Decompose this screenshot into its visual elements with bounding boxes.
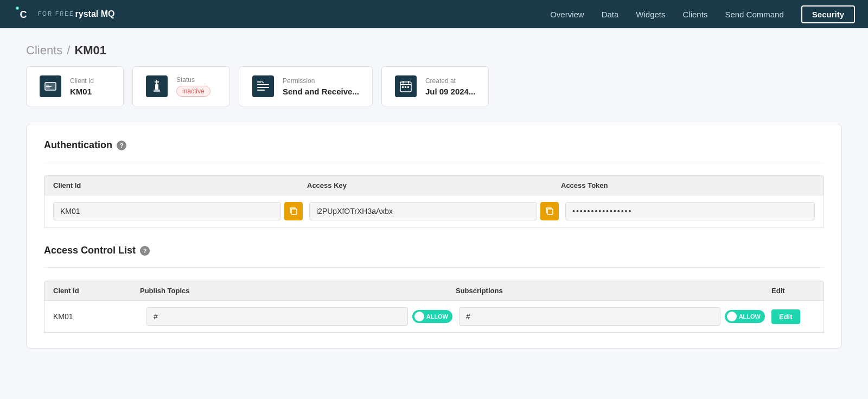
status-icon	[146, 75, 168, 97]
publish-toggle-label: ALLOW	[426, 313, 448, 320]
auth-table-header: Client Id Access Key Access Token	[44, 175, 824, 195]
main-panel: Authentication ? Client Id Access Key Ac…	[26, 124, 842, 349]
access-key-field-wrap	[309, 202, 559, 220]
breadcrumb: Clients / KM01	[0, 28, 868, 66]
svg-rect-12	[257, 87, 269, 88]
svg-rect-15	[400, 84, 411, 85]
svg-rect-6	[46, 85, 49, 86]
access-key-field[interactable]	[309, 202, 537, 220]
svg-text:C: C	[20, 9, 27, 20]
logo[interactable]: C For FREE rystal MQ	[13, 4, 114, 24]
access-token-field-wrap	[565, 202, 815, 220]
breadcrumb-separator: /	[67, 43, 70, 58]
access-token-field[interactable]	[565, 202, 815, 220]
client-id-icon	[40, 75, 61, 97]
copy-access-key-button[interactable]	[540, 202, 559, 220]
toggle-circle-subscription	[727, 312, 737, 321]
copy-client-id-button[interactable]	[284, 202, 303, 220]
auth-col-client-id: Client Id	[53, 181, 307, 189]
logo-text: rystal MQ	[75, 9, 115, 19]
svg-rect-7	[46, 86, 52, 87]
subscription-toggle-label: ALLOW	[739, 313, 761, 320]
info-cards-row: Client Id KM01 Status inactive Permissio…	[0, 66, 868, 124]
auth-table-row	[44, 195, 824, 227]
subscription-topic-field[interactable]	[459, 307, 720, 326]
client-id-field[interactable]	[53, 202, 281, 220]
acl-col-publish-topics: Publish Topics	[140, 287, 456, 295]
acl-col-subscriptions: Subscriptions	[456, 287, 771, 295]
acl-title: Access Control List ?	[44, 245, 824, 256]
auth-col-access-key: Access Key	[307, 181, 561, 189]
authentication-help-icon[interactable]: ?	[117, 141, 126, 150]
svg-rect-20	[407, 86, 409, 88]
logo-sub: For FREE	[38, 11, 74, 17]
permission-label: Permission	[283, 77, 359, 85]
acl-table-header: Clent Id Publish Topics Subscriptions Ed…	[44, 281, 824, 301]
info-card-created-at: Created at Jul 09 2024...	[381, 66, 489, 106]
publish-topic-wrap: ALLOW	[146, 307, 452, 326]
svg-rect-19	[405, 86, 406, 88]
acl-help-icon[interactable]: ?	[140, 246, 150, 256]
info-card-client-id: Client Id KM01	[26, 66, 124, 106]
info-card-permission: Permission Send and Receive...	[239, 66, 373, 106]
nav-security-button[interactable]: Security	[801, 5, 855, 23]
permission-value: Send and Receive...	[283, 87, 359, 96]
subscription-allow-toggle[interactable]: ALLOW	[725, 310, 765, 323]
navbar: C For FREE rystal MQ Overview Data Widge…	[0, 0, 868, 28]
svg-rect-8	[46, 88, 50, 88]
nav-send-command[interactable]: Send Command	[725, 10, 783, 19]
svg-rect-22	[547, 209, 553, 214]
acl-row-client-id: KM01	[53, 312, 140, 321]
nav-overview[interactable]: Overview	[550, 10, 584, 19]
permission-icon	[252, 75, 274, 97]
breadcrumb-current: KM01	[74, 43, 106, 58]
svg-rect-21	[291, 209, 297, 214]
info-card-status: Status inactive	[132, 66, 230, 106]
client-id-value: KM01	[70, 87, 94, 96]
breadcrumb-parent[interactable]: Clients	[26, 43, 62, 58]
acl-section: Access Control List ? Clent Id Publish T…	[44, 245, 824, 333]
svg-rect-18	[402, 86, 404, 88]
subscription-topic-wrap: ALLOW	[459, 307, 765, 326]
created-at-label: Created at	[425, 77, 476, 85]
nav-data[interactable]: Data	[602, 10, 619, 19]
status-label: Status	[176, 76, 210, 84]
acl-divider	[44, 267, 824, 268]
acl-table-row: KM01 ALLOW ALLOW Edit	[44, 301, 824, 333]
acl-col-client-id: Clent Id	[53, 287, 140, 295]
created-at-value: Jul 09 2024...	[425, 87, 476, 96]
client-id-field-wrap	[53, 202, 303, 220]
auth-col-access-token: Access Token	[561, 181, 815, 189]
nav-widgets[interactable]: Widgets	[636, 10, 665, 19]
svg-rect-10	[257, 81, 261, 83]
client-id-label: Client Id	[70, 77, 94, 85]
toggle-circle-publish	[414, 312, 424, 321]
acl-edit-button[interactable]: Edit	[771, 309, 800, 324]
svg-rect-9	[155, 84, 158, 90]
publish-allow-toggle[interactable]: ALLOW	[412, 310, 452, 323]
acl-edit-cell: Edit	[771, 309, 815, 324]
calendar-icon	[395, 75, 417, 97]
auth-divider	[44, 162, 824, 162]
svg-rect-17	[408, 81, 409, 84]
acl-col-edit: Edit	[771, 287, 815, 295]
svg-point-3	[17, 8, 18, 9]
svg-rect-16	[403, 81, 404, 84]
authentication-title: Authentication ?	[44, 140, 824, 151]
svg-rect-11	[257, 84, 269, 85]
nav-links: Overview Data Widgets Clients Send Comma…	[550, 5, 855, 23]
svg-rect-13	[257, 90, 265, 91]
publish-topic-field[interactable]	[146, 307, 408, 326]
nav-clients[interactable]: Clients	[683, 10, 708, 19]
status-badge: inactive	[176, 86, 210, 97]
